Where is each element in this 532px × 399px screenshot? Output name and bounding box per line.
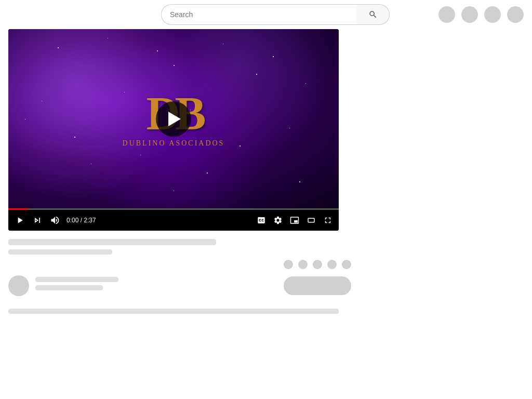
channel-info	[35, 277, 277, 295]
fullscreen-button[interactable]	[322, 215, 334, 226]
play-triangle-icon	[168, 112, 181, 126]
video-controls: 0:00 / 2:37	[8, 210, 339, 231]
channel-name-skeleton	[35, 277, 118, 282]
video-action-dots	[8, 260, 351, 269]
header-icon-4[interactable]	[507, 6, 524, 23]
video-thumbnail[interactable]: DB DUBLINO ASOCIADOS	[8, 29, 339, 208]
theater-button[interactable]	[305, 215, 317, 226]
search-icon	[368, 10, 378, 19]
right-column	[364, 29, 524, 296]
video-progress-fill	[8, 208, 28, 210]
channel-subs-skeleton	[35, 285, 103, 290]
action-dot-2[interactable]	[298, 260, 308, 269]
next-icon	[32, 215, 43, 225]
play-button[interactable]	[14, 214, 26, 227]
play-icon	[15, 215, 25, 225]
miniplayer-icon	[290, 216, 299, 225]
channel-avatar[interactable]	[8, 275, 29, 296]
search-button[interactable]	[356, 4, 390, 25]
settings-button[interactable]	[272, 215, 284, 226]
subscribe-button-skeleton[interactable]	[284, 276, 351, 295]
theater-icon	[307, 216, 316, 225]
search-input[interactable]	[161, 4, 356, 25]
main-content: DB DUBLINO ASOCIADOS	[0, 29, 532, 296]
action-dot-5[interactable]	[342, 260, 351, 269]
video-info-skeleton	[8, 239, 351, 296]
cc-icon	[257, 216, 266, 225]
title-skeleton-1	[8, 239, 216, 245]
time-display: 0:00 / 2:37	[66, 217, 96, 224]
volume-icon	[50, 215, 60, 225]
bottom-section	[0, 300, 532, 325]
next-button[interactable]	[31, 214, 44, 227]
header-icon-3[interactable]	[484, 6, 501, 23]
channel-meta-row	[8, 275, 351, 296]
header-icons	[438, 6, 524, 23]
title-skeleton-2	[8, 249, 112, 255]
header-icon-1[interactable]	[438, 6, 455, 23]
action-dot-1[interactable]	[284, 260, 293, 269]
bottom-skeleton-1	[8, 309, 339, 314]
settings-icon	[273, 216, 283, 225]
left-column: DB DUBLINO ASOCIADOS	[8, 29, 351, 296]
header-icon-2[interactable]	[461, 6, 478, 23]
miniplayer-button[interactable]	[289, 215, 300, 226]
fullscreen-icon	[323, 216, 332, 225]
search-container	[161, 4, 390, 25]
video-progress-bar[interactable]	[8, 208, 339, 210]
action-dot-3[interactable]	[313, 260, 322, 269]
video-player: DB DUBLINO ASOCIADOS	[8, 29, 339, 231]
cc-button[interactable]	[256, 215, 267, 226]
mute-button[interactable]	[49, 214, 61, 227]
play-button-overlay[interactable]	[156, 101, 191, 137]
action-dot-4[interactable]	[327, 260, 337, 269]
header	[0, 0, 532, 29]
company-name: DUBLINO ASOCIADOS	[123, 139, 225, 148]
